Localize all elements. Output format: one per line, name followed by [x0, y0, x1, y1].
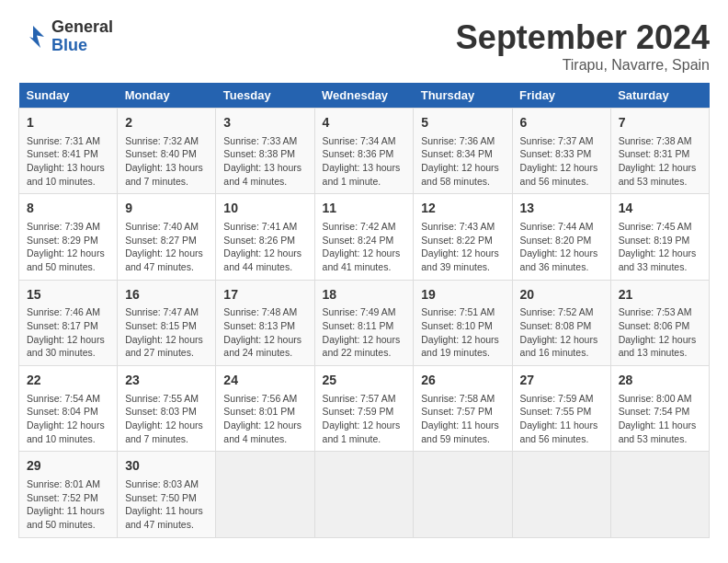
- calendar-cell: 16Sunrise: 7:47 AMSunset: 8:15 PMDayligh…: [118, 280, 216, 365]
- day-info: Sunrise: 7:58 AMSunset: 7:57 PMDaylight:…: [421, 392, 504, 446]
- day-number: 14: [619, 200, 701, 218]
- col-header-wednesday: Wednesday: [314, 83, 414, 109]
- day-number: 28: [619, 372, 701, 390]
- page-header: General Blue September 2024 Tirapu, Nava…: [18, 18, 710, 74]
- calendar-table: SundayMondayTuesdayWednesdayThursdayFrid…: [18, 83, 710, 538]
- day-number: 10: [223, 200, 306, 218]
- day-number: 23: [125, 372, 208, 390]
- day-number: 21: [619, 286, 701, 304]
- calendar-cell: 13Sunrise: 7:44 AMSunset: 8:20 PMDayligh…: [512, 194, 610, 280]
- calendar-cell: 9Sunrise: 7:40 AMSunset: 8:27 PMDaylight…: [118, 194, 216, 280]
- day-number: 9: [125, 200, 208, 218]
- day-number: 5: [421, 114, 504, 132]
- day-info: Sunrise: 7:39 AMSunset: 8:29 PMDaylight:…: [27, 220, 109, 274]
- calendar-cell: [314, 452, 414, 537]
- day-number: 30: [125, 457, 208, 476]
- day-info: Sunrise: 7:31 AMSunset: 8:41 PMDaylight:…: [27, 134, 109, 189]
- day-number: 7: [619, 114, 701, 132]
- calendar-cell: 10Sunrise: 7:41 AMSunset: 8:26 PMDayligh…: [216, 194, 314, 280]
- day-number: 4: [323, 114, 406, 132]
- calendar-cell: 17Sunrise: 7:48 AMSunset: 8:13 PMDayligh…: [216, 280, 314, 365]
- calendar-cell: 20Sunrise: 7:52 AMSunset: 8:08 PMDayligh…: [512, 280, 610, 365]
- day-number: 19: [421, 286, 504, 304]
- calendar-cell: 25Sunrise: 7:57 AMSunset: 7:59 PMDayligh…: [314, 366, 414, 452]
- calendar-cell: 6Sunrise: 7:37 AMSunset: 8:33 PMDaylight…: [512, 109, 610, 194]
- col-header-sunday: Sunday: [19, 83, 118, 109]
- day-number: 24: [223, 372, 306, 390]
- day-info: Sunrise: 7:48 AMSunset: 8:13 PMDaylight:…: [223, 305, 306, 360]
- calendar-cell: 14Sunrise: 7:45 AMSunset: 8:19 PMDayligh…: [610, 194, 709, 280]
- day-info: Sunrise: 7:52 AMSunset: 8:08 PMDaylight:…: [520, 305, 603, 360]
- day-info: Sunrise: 7:45 AMSunset: 8:19 PMDaylight:…: [619, 220, 701, 274]
- day-info: Sunrise: 8:01 AMSunset: 7:52 PMDaylight:…: [27, 477, 109, 532]
- logo: General Blue: [18, 18, 113, 55]
- calendar-week-3: 15Sunrise: 7:46 AMSunset: 8:17 PMDayligh…: [19, 280, 710, 365]
- calendar-cell: 23Sunrise: 7:55 AMSunset: 8:03 PMDayligh…: [118, 366, 216, 452]
- calendar-cell: 28Sunrise: 8:00 AMSunset: 7:54 PMDayligh…: [610, 366, 709, 452]
- logo-text: General Blue: [51, 18, 113, 55]
- day-number: 1: [27, 114, 109, 132]
- calendar-cell: 29Sunrise: 8:01 AMSunset: 7:52 PMDayligh…: [19, 452, 118, 537]
- calendar-cell: 19Sunrise: 7:51 AMSunset: 8:10 PMDayligh…: [414, 280, 512, 365]
- calendar-cell: 26Sunrise: 7:58 AMSunset: 7:57 PMDayligh…: [414, 366, 512, 452]
- day-info: Sunrise: 7:56 AMSunset: 8:01 PMDaylight:…: [223, 392, 306, 446]
- day-number: 6: [520, 114, 603, 132]
- day-number: 3: [223, 114, 306, 132]
- day-number: 2: [125, 114, 208, 132]
- calendar-cell: 3Sunrise: 7:33 AMSunset: 8:38 PMDaylight…: [216, 109, 314, 194]
- day-info: Sunrise: 7:57 AMSunset: 7:59 PMDaylight:…: [323, 392, 406, 446]
- day-info: Sunrise: 8:00 AMSunset: 7:54 PMDaylight:…: [619, 392, 701, 446]
- calendar-cell: 2Sunrise: 7:32 AMSunset: 8:40 PMDaylight…: [118, 109, 216, 194]
- day-info: Sunrise: 7:37 AMSunset: 8:33 PMDaylight:…: [520, 134, 603, 189]
- location: Tirapu, Navarre, Spain: [456, 57, 710, 74]
- day-number: 11: [323, 200, 406, 218]
- col-header-saturday: Saturday: [610, 83, 709, 109]
- calendar-cell: 21Sunrise: 7:53 AMSunset: 8:06 PMDayligh…: [610, 280, 709, 365]
- day-info: Sunrise: 7:46 AMSunset: 8:17 PMDaylight:…: [27, 305, 109, 360]
- month-title: September 2024: [456, 18, 710, 57]
- day-number: 12: [421, 200, 504, 218]
- calendar-cell: 18Sunrise: 7:49 AMSunset: 8:11 PMDayligh…: [314, 280, 414, 365]
- day-number: 15: [27, 286, 109, 304]
- day-info: Sunrise: 7:43 AMSunset: 8:22 PMDaylight:…: [421, 220, 504, 274]
- calendar-cell: 5Sunrise: 7:36 AMSunset: 8:34 PMDaylight…: [414, 109, 512, 194]
- day-info: Sunrise: 7:42 AMSunset: 8:24 PMDaylight:…: [323, 220, 406, 274]
- calendar-week-4: 22Sunrise: 7:54 AMSunset: 8:04 PMDayligh…: [19, 366, 710, 452]
- logo-icon: [18, 22, 48, 52]
- day-number: 22: [27, 372, 109, 390]
- day-number: 18: [323, 286, 406, 304]
- day-info: Sunrise: 7:44 AMSunset: 8:20 PMDaylight:…: [520, 220, 603, 274]
- col-header-friday: Friday: [512, 83, 610, 109]
- title-block: September 2024 Tirapu, Navarre, Spain: [456, 18, 710, 74]
- calendar-cell: 12Sunrise: 7:43 AMSunset: 8:22 PMDayligh…: [414, 194, 512, 280]
- calendar-cell: 22Sunrise: 7:54 AMSunset: 8:04 PMDayligh…: [19, 366, 118, 452]
- col-header-tuesday: Tuesday: [216, 83, 314, 109]
- calendar-cell: 8Sunrise: 7:39 AMSunset: 8:29 PMDaylight…: [19, 194, 118, 280]
- calendar-week-5: 29Sunrise: 8:01 AMSunset: 7:52 PMDayligh…: [19, 452, 710, 537]
- day-number: 25: [323, 372, 406, 390]
- day-info: Sunrise: 7:41 AMSunset: 8:26 PMDaylight:…: [223, 220, 306, 274]
- calendar-cell: [512, 452, 610, 537]
- day-info: Sunrise: 8:03 AMSunset: 7:50 PMDaylight:…: [125, 477, 208, 532]
- day-info: Sunrise: 7:40 AMSunset: 8:27 PMDaylight:…: [125, 220, 208, 274]
- calendar-cell: 11Sunrise: 7:42 AMSunset: 8:24 PMDayligh…: [314, 194, 414, 280]
- calendar-cell: [610, 452, 709, 537]
- day-info: Sunrise: 7:47 AMSunset: 8:15 PMDaylight:…: [125, 305, 208, 360]
- day-info: Sunrise: 7:49 AMSunset: 8:11 PMDaylight:…: [323, 305, 406, 360]
- day-info: Sunrise: 7:54 AMSunset: 8:04 PMDaylight:…: [27, 392, 109, 446]
- calendar-cell: 27Sunrise: 7:59 AMSunset: 7:55 PMDayligh…: [512, 366, 610, 452]
- day-info: Sunrise: 7:59 AMSunset: 7:55 PMDaylight:…: [520, 392, 603, 446]
- day-info: Sunrise: 7:51 AMSunset: 8:10 PMDaylight:…: [421, 305, 504, 360]
- day-number: 26: [421, 372, 504, 390]
- day-number: 8: [27, 200, 109, 218]
- day-info: Sunrise: 7:55 AMSunset: 8:03 PMDaylight:…: [125, 392, 208, 446]
- calendar-cell: 30Sunrise: 8:03 AMSunset: 7:50 PMDayligh…: [118, 452, 216, 537]
- day-info: Sunrise: 7:32 AMSunset: 8:40 PMDaylight:…: [125, 134, 208, 189]
- day-number: 27: [520, 372, 603, 390]
- day-info: Sunrise: 7:36 AMSunset: 8:34 PMDaylight:…: [421, 134, 504, 189]
- calendar-cell: 7Sunrise: 7:38 AMSunset: 8:31 PMDaylight…: [610, 109, 709, 194]
- calendar-cell: [216, 452, 314, 537]
- day-info: Sunrise: 7:53 AMSunset: 8:06 PMDaylight:…: [619, 305, 701, 360]
- day-number: 13: [520, 200, 603, 218]
- day-number: 16: [125, 286, 208, 304]
